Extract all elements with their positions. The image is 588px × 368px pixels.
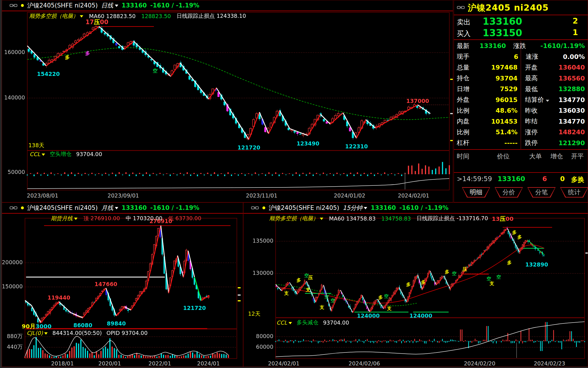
price-change: -1610 / -1.19%	[150, 204, 199, 211]
stat-value: 0.00%	[560, 53, 588, 60]
chevron-down-icon	[42, 154, 45, 156]
date-label: 2024/02/01	[398, 192, 430, 199]
stat-value: 96015	[484, 96, 518, 103]
futures-trading-terminal: 沪镍2405(SHFE ni2405) 日线 133160 -1610 / -1…	[0, 0, 588, 368]
stoploss-label: 日线跟踪止损点 124338.10	[177, 12, 246, 20]
stat-label: 外盘	[454, 95, 484, 104]
bars-count-label: 12天	[248, 310, 260, 318]
separator	[454, 39, 588, 40]
stat-value: 134770	[558, 96, 588, 103]
indicator-selector[interactable]: 顺势多空损（电脑）	[269, 215, 323, 222]
daily-chart-canvas[interactable]	[2, 11, 453, 191]
panel-monthly-chart: 沪镍2405(SHFE ni2405) 月线 133160 -1610 / -1…	[2, 202, 243, 367]
period-label: 15分钟	[343, 204, 363, 211]
bullet-icon	[21, 4, 24, 7]
symbol-title: 沪镍2405(SHFE ni2405)	[27, 204, 98, 212]
x-axis-dates: 2018/012020/012022/012024/01	[2, 360, 243, 367]
tick-col-header: 价位	[497, 152, 510, 161]
stat-label: 开盘	[518, 63, 559, 72]
ask-label: 卖出	[457, 18, 471, 27]
indicator-label: 顺势多空损（电脑）	[29, 13, 78, 19]
chart-header: 沪镍2405(SHFE ni2405) 15分钟 133160 -1610 / …	[243, 203, 448, 212]
tick-col-header: 时间	[457, 152, 469, 161]
price-change: -1610 / -1.19%	[150, 2, 199, 9]
symbol-title: 沪镍2405(SHFE ni2405)	[269, 204, 339, 212]
stat-value: 48.6%	[484, 107, 518, 114]
sub-indicator-bar: CCL 多头减仓 93704.00	[276, 319, 349, 326]
panel-15min-chart: 沪镍2405(SHFE ni2405) 15分钟 133160 -1610 / …	[243, 202, 588, 367]
tab-明细[interactable]: 明细	[462, 187, 490, 198]
sub-indicator-selector[interactable]: CJL(0)	[27, 330, 48, 336]
sub-indicator-selector[interactable]: CCL	[276, 319, 292, 326]
bid-price: 133150	[483, 27, 522, 39]
bid-label: 买入	[457, 29, 471, 38]
sub-indicator-selector[interactable]: CCL	[30, 151, 45, 157]
stat-label: 比例	[454, 128, 484, 137]
stat-label: 跌停	[518, 139, 559, 147]
min15-chart-canvas[interactable]	[243, 213, 588, 360]
tab-统计[interactable]: 统计	[560, 187, 588, 198]
panel-quote: 沪镍2405 ni2405 卖出 133160 2 买入 133150 1 最新…	[454, 0, 588, 202]
chart-header: 沪镍2405(SHFE ni2405) 月线 133160 -1610 / -1…	[2, 203, 199, 212]
period-label: 月线	[101, 204, 113, 211]
date-label: 2020/01	[98, 360, 121, 367]
date-label: 2018/01	[51, 360, 74, 367]
link-icon	[457, 5, 465, 11]
separator	[454, 172, 588, 173]
stat-label: 速涨	[518, 52, 560, 61]
stoploss-label: 日线跟踪止损点 -133716.70	[417, 215, 488, 222]
stats-column-divider	[521, 41, 521, 149]
sub-indicator-label: CJL(0)	[27, 330, 43, 336]
sub-indicator-mode: 空头增仓	[50, 150, 71, 158]
stat-value: 136560	[558, 75, 588, 82]
tick-row: >14:59:59 133160 6 0 多换	[454, 175, 588, 184]
chart-header: 沪镍2405(SHFE ni2405) 日线 133160 -1610 / -1…	[2, 1, 199, 10]
period-selector[interactable]: 月线	[101, 204, 118, 212]
chevron-down-icon	[74, 218, 78, 220]
link-icon	[9, 204, 18, 211]
stat-label: 最高	[518, 74, 559, 83]
link-icon	[9, 2, 18, 9]
stat-label: 内盘	[454, 117, 484, 126]
period-selector[interactable]: 15分钟	[343, 204, 368, 212]
date-label: 2024/02/23	[534, 360, 565, 367]
stat-label: 持仓	[454, 74, 484, 83]
tab-label: 明细	[462, 187, 490, 198]
sub-indicator-value: 93704.00	[323, 319, 349, 326]
monthly-chart-canvas[interactable]	[2, 213, 243, 360]
period-label: 日线	[101, 2, 113, 9]
stat-label: 最低	[518, 85, 559, 93]
stat-label: 涨停	[518, 128, 559, 137]
separator	[454, 149, 588, 150]
quote-tabs: 明细分价分笔统计	[462, 187, 588, 198]
triangle-down-icon	[546, 100, 549, 102]
stat-label: 杠杆	[454, 139, 484, 147]
last-price: 133160	[122, 204, 147, 211]
stat-value: 132880	[558, 85, 588, 93]
x-axis-dates: 2024/02/012024/02/062024/02/202024/02/23	[243, 360, 588, 367]
sub-indicator-value1: 844314.00(50:50)	[52, 330, 102, 336]
tab-分价[interactable]: 分价	[495, 187, 523, 198]
sub-indicator-mode: 多头减仓	[297, 319, 318, 326]
stat-value: -----	[484, 139, 518, 147]
sub-indicator-value2: OPID 93704.00	[107, 330, 148, 336]
panel-daily-chart: 沪镍2405(SHFE ni2405) 日线 133160 -1610 / -1…	[2, 0, 453, 202]
indicator-selector[interactable]: 期货月线	[51, 215, 78, 222]
sub-indicator-value: 93704.00	[76, 151, 102, 157]
stat-label[interactable]: 结算价	[518, 95, 559, 104]
indicator-low-value: 低 63730.00	[168, 215, 202, 222]
indicator-selector[interactable]: 顺势多空损（电脑）	[29, 12, 83, 20]
quote-symbol-title: 沪镍2405 ni2405	[468, 2, 549, 14]
tab-分笔[interactable]: 分笔	[527, 187, 556, 198]
ask-row: 卖出 133160 2	[454, 16, 588, 27]
stat-value: 93704	[484, 75, 518, 82]
symbol-title: 沪镍2405(SHFE ni2405)	[27, 1, 98, 9]
stat-value: 121290	[558, 139, 588, 147]
date-label: 2023/08/01	[27, 192, 59, 199]
stat-label: 昨结	[518, 117, 559, 126]
period-selector[interactable]: 日线	[101, 1, 118, 9]
separator	[454, 15, 588, 15]
bullet-icon	[21, 206, 24, 209]
ask-qty: 2	[572, 16, 578, 25]
tick-type: 多换	[571, 175, 584, 184]
